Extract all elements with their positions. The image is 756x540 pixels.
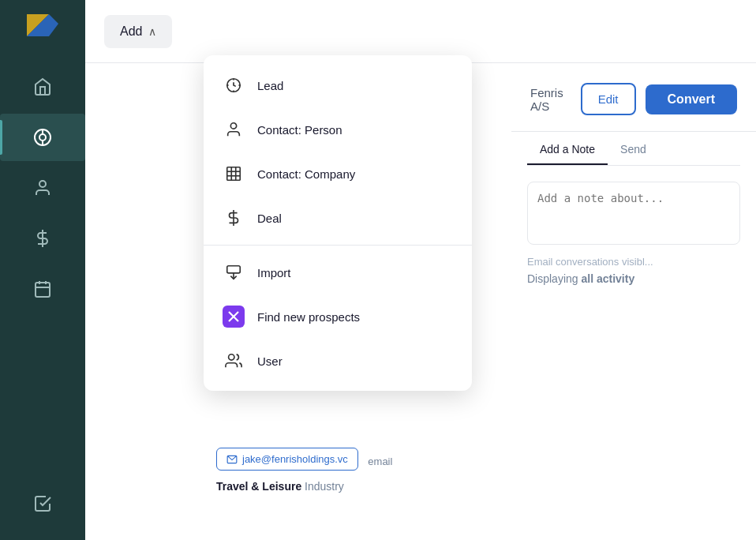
main-content: Add ∧ Lead (85, 0, 756, 540)
svg-point-3 (39, 134, 46, 141)
industry-row: Travel & Leisure Industry (216, 480, 392, 493)
sidebar-item-calendar[interactable] (0, 265, 85, 313)
note-panel: Add a Note Send Email conversations visi… (511, 122, 756, 298)
add-button[interactable]: Add ∧ (104, 15, 172, 48)
contact-info: jake@fenrisholdings.vc email Travel & Le… (204, 435, 405, 493)
all-activity-label: all activity (581, 272, 634, 285)
find-prospects-icon (223, 306, 245, 328)
add-label: Add (120, 24, 142, 39)
dropdown-user-label: User (257, 354, 283, 368)
dropdown-divider (204, 245, 472, 246)
lead-icon (223, 74, 245, 96)
dropdown-contact-person-label: Contact: Person (257, 123, 342, 137)
deal-icon (223, 207, 245, 229)
import-icon (223, 261, 245, 283)
dropdown-item-contact-person[interactable]: Contact: Person (204, 107, 472, 152)
company-name: Fenris A/S (530, 86, 565, 113)
sidebar-item-home[interactable] (0, 63, 85, 111)
industry-label: Travel & Leisure (216, 480, 301, 493)
contact-email: jake@fenrisholdings.vc (242, 453, 348, 465)
dropdown-item-lead[interactable]: Lead (204, 63, 472, 107)
tab-add-note[interactable]: Add a Note (527, 135, 608, 165)
note-textarea[interactable] (527, 182, 740, 245)
app-logo (21, 8, 65, 52)
note-tabs: Add a Note Send (527, 135, 740, 166)
svg-point-28 (229, 354, 234, 360)
edit-button[interactable]: Edit (581, 83, 636, 115)
displaying-activity: Displaying all activity (527, 272, 740, 285)
action-bar: Fenris A/S Edit Convert (511, 67, 756, 132)
topbar: Add ∧ (85, 0, 756, 63)
svg-rect-8 (36, 283, 50, 297)
dropdown-item-find-prospects[interactable]: Find new prospects (204, 294, 472, 339)
sidebar-item-contacts[interactable] (0, 164, 85, 212)
dropdown-item-deal[interactable]: Deal (204, 196, 472, 240)
svg-rect-25 (227, 266, 241, 273)
dropdown-deal-label: Deal (257, 212, 282, 225)
dropdown-item-user[interactable]: User (204, 339, 472, 383)
svg-point-6 (39, 181, 46, 187)
email-badge[interactable]: jake@fenrisholdings.vc (216, 448, 358, 471)
dropdown-item-contact-company[interactable]: Contact: Company (204, 152, 472, 196)
dropdown-contact-company-label: Contact: Company (257, 167, 355, 181)
contact-person-icon (223, 118, 245, 141)
contact-company-icon (223, 163, 245, 185)
svg-rect-18 (227, 167, 241, 181)
email-suffix: email (368, 456, 392, 467)
industry-suffix: Industry (305, 480, 344, 493)
add-dropdown: Lead Contact: Person Cont (204, 55, 472, 391)
dropdown-find-prospects-label: Find new prospects (257, 310, 360, 324)
sidebar-item-tasks[interactable] (0, 480, 85, 527)
sidebar-item-deals[interactable] (0, 215, 85, 262)
user-icon (223, 350, 245, 372)
dropdown-item-import[interactable]: Import (204, 250, 472, 294)
email-icon (226, 454, 238, 465)
dropdown-import-label: Import (257, 266, 291, 279)
svg-point-17 (230, 123, 236, 129)
chevron-up-icon: ∧ (148, 25, 156, 38)
email-conversations-text: Email conversations visibl... (527, 256, 740, 268)
convert-button[interactable]: Convert (646, 84, 737, 114)
sidebar-item-leads[interactable] (0, 114, 85, 161)
dropdown-lead-label: Lead (257, 79, 283, 92)
sidebar (0, 0, 85, 540)
tab-send[interactable]: Send (608, 135, 659, 165)
